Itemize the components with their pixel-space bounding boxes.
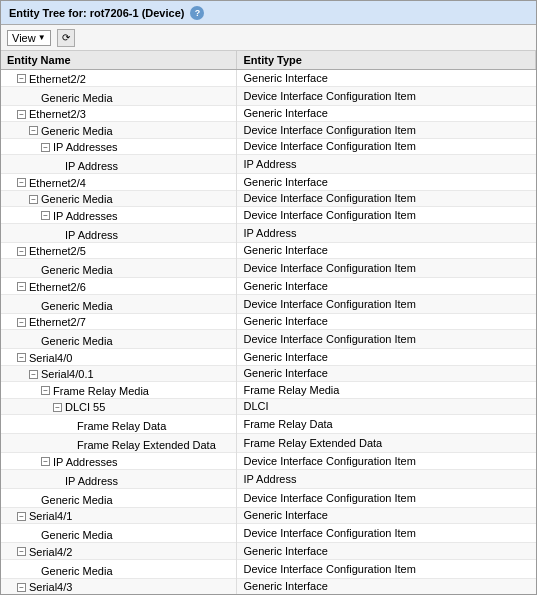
entity-type-cell: Generic Interface (237, 242, 536, 259)
table-row[interactable]: Generic MediaDevice Interface Configurat… (1, 330, 536, 349)
table-row[interactable]: Generic MediaDevice Interface Configurat… (1, 559, 536, 578)
table-row[interactable]: −Frame Relay MediaFrame Relay Media (1, 382, 536, 399)
help-icon[interactable]: ? (190, 6, 204, 20)
expand-icon[interactable]: − (17, 282, 26, 291)
table-row[interactable]: Generic MediaDevice Interface Configurat… (1, 488, 536, 507)
entity-type-cell: Device Interface Configuration Item (237, 190, 536, 207)
tree-node: −Ethernet2/2 (17, 73, 86, 85)
expand-icon[interactable]: − (17, 353, 26, 362)
entity-name-label: Frame Relay Media (53, 385, 149, 397)
view-dropdown-arrow: ▼ (38, 33, 46, 42)
tree-node: −Ethernet2/4 (17, 177, 86, 189)
table-row[interactable]: Frame Relay Extended DataFrame Relay Ext… (1, 434, 536, 453)
table-row[interactable]: IP AddressIP Address (1, 223, 536, 242)
entity-name-cell: −Ethernet2/6 (1, 278, 237, 295)
entity-name-cell: −Ethernet2/3 (1, 105, 237, 122)
entity-name-cell: −Serial4/0 (1, 349, 237, 366)
entity-type-cell: Device Interface Configuration Item (237, 559, 536, 578)
tree-node: IP Address (53, 160, 118, 172)
expand-icon[interactable]: − (41, 457, 50, 466)
tree-node: −Serial4/1 (17, 510, 72, 522)
refresh-icon[interactable]: ⟳ (57, 29, 75, 47)
table-row[interactable]: −Ethernet2/2Generic Interface (1, 70, 536, 87)
table-row[interactable]: −Serial4/0Generic Interface (1, 349, 536, 366)
tree-node: Generic Media (29, 264, 113, 276)
expand-icon[interactable]: − (17, 110, 26, 119)
view-dropdown[interactable]: View ▼ (7, 30, 51, 46)
table-row[interactable]: Frame Relay DataFrame Relay Data (1, 415, 536, 434)
tree-node: Generic Media (29, 529, 113, 541)
table-row[interactable]: Generic MediaDevice Interface Configurat… (1, 86, 536, 105)
expand-icon[interactable]: − (17, 512, 26, 521)
expand-icon[interactable]: − (17, 178, 26, 187)
expand-icon[interactable]: − (29, 195, 38, 204)
entity-type-cell: Generic Interface (237, 349, 536, 366)
entity-name-label: IP Addresses (53, 141, 118, 153)
entity-name-label: Generic Media (41, 494, 113, 506)
expand-icon[interactable]: − (41, 211, 50, 220)
expand-icon[interactable]: − (53, 403, 62, 412)
tree-node: Frame Relay Extended Data (65, 439, 216, 451)
expand-icon[interactable]: − (17, 318, 26, 327)
table-row[interactable]: −Generic MediaDevice Interface Configura… (1, 190, 536, 207)
table-row[interactable]: −Ethernet2/3Generic Interface (1, 105, 536, 122)
entity-type-cell: Generic Interface (237, 543, 536, 560)
entity-type-cell: Device Interface Configuration Item (237, 207, 536, 224)
entity-name-cell: −Generic Media (1, 190, 237, 207)
tree-node: −Generic Media (29, 193, 113, 205)
table-row[interactable]: IP AddressIP Address (1, 155, 536, 174)
table-row[interactable]: Generic MediaDevice Interface Configurat… (1, 524, 536, 543)
entity-type-cell: Generic Interface (237, 365, 536, 382)
expand-icon[interactable]: − (17, 247, 26, 256)
table-row[interactable]: −IP AddressesDevice Interface Configurat… (1, 138, 536, 155)
entity-name-cell: −Serial4/1 (1, 507, 237, 524)
entity-name-label: Generic Media (41, 193, 113, 205)
table-row[interactable]: Generic MediaDevice Interface Configurat… (1, 259, 536, 278)
expand-icon[interactable]: − (41, 143, 50, 152)
tree-node: −IP Addresses (41, 141, 118, 153)
table-row[interactable]: −Ethernet2/5Generic Interface (1, 242, 536, 259)
view-label: View (12, 32, 36, 44)
entity-type-cell: Generic Interface (237, 70, 536, 87)
entity-name-label: Generic Media (41, 125, 113, 137)
entity-type-cell: Device Interface Configuration Item (237, 524, 536, 543)
table-row[interactable]: −Generic MediaDevice Interface Configura… (1, 122, 536, 139)
expand-icon[interactable]: − (29, 370, 38, 379)
entity-name-label: DLCI 55 (65, 401, 105, 413)
table-row[interactable]: −IP AddressesDevice Interface Configurat… (1, 207, 536, 224)
tree-node: −Serial4/0 (17, 352, 72, 364)
expand-icon[interactable]: − (17, 74, 26, 83)
tree-node: Generic Media (29, 335, 113, 347)
table-row[interactable]: Generic MediaDevice Interface Configurat… (1, 294, 536, 313)
entity-type-cell: DLCI (237, 398, 536, 415)
entity-name-label: Ethernet2/6 (29, 281, 86, 293)
entity-name-label: Serial4/2 (29, 546, 72, 558)
table-row[interactable]: −Serial4/3Generic Interface (1, 578, 536, 594)
tree-node: Frame Relay Data (65, 420, 166, 432)
expand-icon[interactable]: − (17, 583, 26, 592)
entity-name-cell: Generic Media (1, 488, 237, 507)
table-row[interactable]: −Serial4/0.1Generic Interface (1, 365, 536, 382)
entity-type-cell: Frame Relay Data (237, 415, 536, 434)
entity-name-label: Frame Relay Extended Data (77, 439, 216, 451)
entity-name-label: Ethernet2/3 (29, 108, 86, 120)
entity-name-cell: IP Address (1, 469, 237, 488)
table-row[interactable]: −Ethernet2/4Generic Interface (1, 174, 536, 191)
expand-icon[interactable]: − (17, 547, 26, 556)
table-row[interactable]: −Ethernet2/7Generic Interface (1, 313, 536, 330)
entity-name-cell: −Ethernet2/5 (1, 242, 237, 259)
tree-node: −DLCI 55 (53, 401, 105, 413)
table-row[interactable]: −Serial4/1Generic Interface (1, 507, 536, 524)
expand-icon[interactable]: − (41, 386, 50, 395)
table-row[interactable]: −Ethernet2/6Generic Interface (1, 278, 536, 295)
toolbar: View ▼ ⟳ (1, 25, 536, 51)
entity-type-cell: Generic Interface (237, 578, 536, 594)
table-row[interactable]: −DLCI 55DLCI (1, 398, 536, 415)
table-row[interactable]: −IP AddressesDevice Interface Configurat… (1, 453, 536, 470)
tree-node: −IP Addresses (41, 210, 118, 222)
entity-name-label: Frame Relay Data (77, 420, 166, 432)
table-row[interactable]: −Serial4/2Generic Interface (1, 543, 536, 560)
table-row[interactable]: IP AddressIP Address (1, 469, 536, 488)
expand-icon[interactable]: − (29, 126, 38, 135)
entity-name-cell: −IP Addresses (1, 138, 237, 155)
